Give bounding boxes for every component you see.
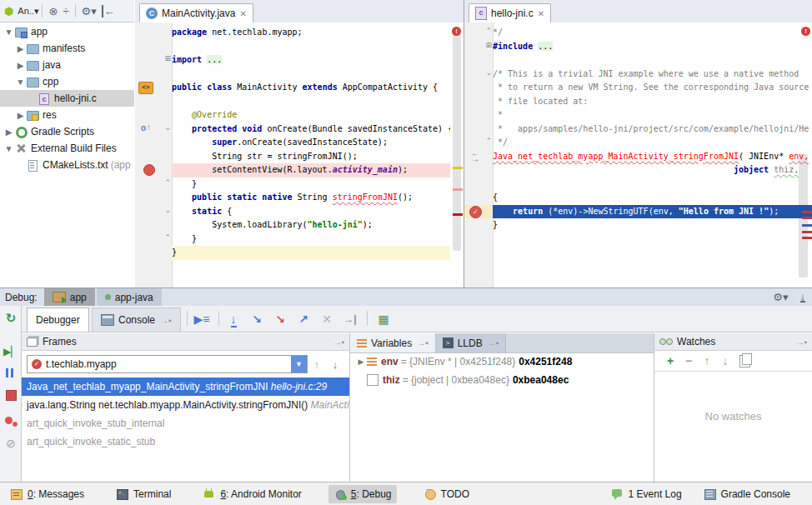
statusbar-item-gradle-console[interactable]: Gradle Console [699,485,795,503]
gutter-line[interactable] [135,81,172,95]
code-area[interactable]: */#include .../* This is a trivial JNI e… [493,22,812,288]
duplicate-icon[interactable] [739,355,750,368]
tab-hello-jni-c[interactable]: c hello-jni.c ✕ [469,3,551,22]
tree-item[interactable]: ▶Gradle Scripts [0,123,134,140]
statusbar-item---event-log[interactable]: 1 Event Log [606,485,687,503]
project-view-selector[interactable]: An..▾ [18,6,38,17]
locate-file-icon[interactable]: ⊗ [48,5,58,18]
variable-row[interactable]: ▶env= {JNIEnv * | 0x4251f248}0x4251f248 [350,352,654,371]
cpp-marker-icon[interactable] [138,82,153,94]
show-execution-point-icon[interactable]: ▶≡ [193,311,210,328]
gutter-line[interactable] [135,163,172,178]
move-down-icon[interactable]: ↓ [716,354,734,368]
mute-breakpoints-icon[interactable]: ⊘ [3,436,18,451]
remove-watch-icon[interactable]: − [679,354,698,368]
tab-debugger[interactable]: Debugger [27,308,89,332]
frame-row[interactable]: Java_net_techlab_myapp_MainActivity_stri… [22,378,349,396]
tree-item[interactable]: ▼External Build Files [0,140,134,157]
statusbar-item-terminal[interactable]: Terminal [111,485,176,503]
pin-icon[interactable]: →▪ [795,338,807,347]
gutter-line[interactable] [464,205,493,219]
info-stripe-mark[interactable] [802,224,812,227]
editor-gutter[interactable]: ⊞⌄⌃⌄⌃ [135,22,173,288]
pin-icon[interactable]: →▪ [417,338,429,348]
chevron-down-icon[interactable]: ▼ [291,356,307,372]
move-up-icon[interactable]: ↑ [698,354,716,368]
drop-frame-icon[interactable]: ✕ [318,311,335,328]
hide-tool-window-icon[interactable]: ↓ [800,292,806,302]
error-stripe-mark[interactable] [802,217,812,219]
breakpoint-icon[interactable] [143,164,155,176]
editor-gutter[interactable]: ⌃⊞⌄⌃ [464,22,494,288]
editor-body[interactable]: ⌃⊞⌄⌃ */#include .../* This is a trivial … [464,22,812,288]
tree-item[interactable]: ▶res [0,107,134,123]
step-over-icon[interactable]: ↓ [231,312,237,328]
tree-item[interactable]: ▼app [0,23,134,40]
tab-lldb[interactable]: > LLDB →▪ [436,333,507,352]
tree-item[interactable]: ▼cpp [0,73,134,90]
fold-marker-icon[interactable]: ⌃ [164,233,171,242]
tree-item[interactable]: ▶manifests [0,40,134,57]
fold-marker-icon[interactable]: ⊞ [485,41,492,49]
frame-row[interactable]: art_quick_invoke_stub_internal [22,414,349,432]
error-stripe-mark[interactable] [802,231,812,233]
frame-row[interactable]: art_quick_invoke_static_stub [22,432,349,451]
next-frame-icon[interactable]: ↓ [326,358,344,371]
add-watch-icon[interactable]: + [661,354,679,368]
pin-icon[interactable]: →▪ [333,338,344,347]
statusbar-item---debug[interactable]: 5: Debug [328,485,397,503]
session-tab-app[interactable]: app [44,288,95,307]
error-stripe-mark[interactable] [802,211,812,213]
error-stripe-mark[interactable] [802,237,812,239]
gutter-line[interactable] [464,150,493,164]
fold-marker-icon[interactable]: ⌄ [485,68,492,77]
tab-variables[interactable]: Variables →▪ [350,333,436,352]
fold-marker-icon[interactable]: ⊞ [164,54,171,62]
rerun-icon[interactable]: ↻ [3,311,18,326]
jni-mapping-icon[interactable] [469,151,481,162]
editor-body[interactable]: ⊞⌄⌃⌄⌃ package net.techlab.myapp;import .… [135,22,464,288]
fold-marker-icon[interactable]: ⌃ [485,27,492,35]
close-icon[interactable]: ✕ [538,9,544,18]
frame-row[interactable]: java.lang.String net.techlab.myapp.MainA… [22,396,349,414]
fold-marker-icon[interactable]: ⌃ [164,178,171,187]
gutter-line[interactable]: ⌄ [135,122,172,137]
fold-marker-icon[interactable]: ⌄ [164,206,171,214]
evaluate-expression-icon[interactable]: ▦ [375,311,392,328]
pin-icon[interactable]: →▪ [160,316,172,325]
error-stripe-mark[interactable] [453,213,463,216]
session-tab-app-java[interactable]: app-java [97,288,162,307]
close-icon[interactable]: ✕ [239,9,246,18]
statusbar-item---messages[interactable]: 0: Messages [5,485,89,503]
tab-console[interactable]: Console →▪ [92,308,181,332]
gear-icon[interactable]: ⚙▾ [773,291,788,303]
stop-icon[interactable] [6,390,17,401]
hide-panel-icon[interactable]: ← [102,5,115,18]
statusbar-item-todo[interactable]: TODO [419,485,474,503]
step-into-icon[interactable]: ↘ [248,311,265,328]
pause-icon[interactable] [3,366,18,381]
error-stripe[interactable]: ! [450,22,464,288]
expander-icon[interactable]: ▶ [355,358,367,366]
collapse-all-icon[interactable]: ÷ [63,5,68,18]
tree-item[interactable]: CMakeLists.txt(app [0,157,134,173]
thread-combo[interactable]: ✓ t.techlab.myapp ▼ [27,355,308,373]
force-step-into-icon[interactable]: ↘ [272,311,288,328]
verified-breakpoint-icon[interactable] [469,206,482,218]
error-stripe[interactable]: ! [799,22,812,288]
run-to-cursor-icon[interactable]: →| [342,311,358,328]
view-breakpoints-icon[interactable] [3,414,18,429]
code-area[interactable]: package net.techlab.myapp;import ...publ… [172,22,450,288]
resume-icon[interactable]: ▶▏ [3,344,18,359]
override-marker-icon[interactable] [140,123,152,135]
warning-stripe-mark[interactable] [453,167,463,169]
gear-icon[interactable]: ⚙▾ [82,5,97,18]
error-stripe-mark[interactable] [453,188,463,191]
tree-item[interactable]: hello-jni.c [0,90,134,107]
previous-frame-icon[interactable]: ↑ [308,358,326,371]
statusbar-item---android-monitor[interactable]: 6: Android Monitor [198,485,306,503]
tab-mainactivity-java[interactable]: C MainActivity.java ✕ [139,3,253,22]
step-out-icon[interactable]: ↗ [295,311,312,328]
fold-marker-icon[interactable]: ⌃ [485,137,492,145]
variable-row[interactable]: thiz= {jobject | 0xbea048ec}0xbea048ec [350,371,654,389]
